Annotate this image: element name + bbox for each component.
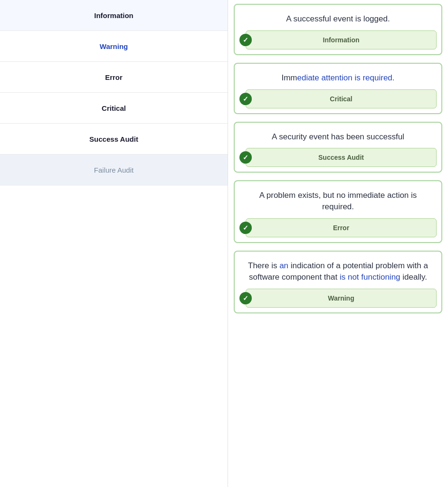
badge-label: Information xyxy=(323,36,360,44)
card-description: A problem exists, but no immediate actio… xyxy=(235,181,441,218)
left-panel: Information Warning Error Critical Succe… xyxy=(0,0,228,487)
badge-row: Warning xyxy=(235,289,441,312)
sidebar-item-label: Error xyxy=(105,73,123,81)
card-description: Immediate attention is required. xyxy=(235,64,441,89)
sidebar-item-information[interactable]: Information xyxy=(0,0,228,31)
desc-an: an xyxy=(279,261,288,270)
sidebar-item-label: Success Audit xyxy=(89,135,138,143)
badge-row: Information xyxy=(235,30,441,54)
right-panel: A successful event is logged. Informatio… xyxy=(228,0,448,487)
badge-box: Critical xyxy=(246,89,437,108)
information-card: A successful event is logged. Informatio… xyxy=(234,4,442,55)
badge-box: Warning xyxy=(246,289,437,308)
desc-ideally: ideally. xyxy=(400,273,427,282)
check-icon xyxy=(239,222,252,234)
sidebar-item-warning[interactable]: Warning xyxy=(0,31,228,62)
badge-box: Success Audit xyxy=(246,148,437,167)
check-icon xyxy=(239,34,252,46)
success-audit-card: A security event has been successful Suc… xyxy=(234,122,442,173)
sidebar-item-success-audit[interactable]: Success Audit xyxy=(0,124,228,155)
sidebar-item-label: Critical xyxy=(102,104,126,112)
check-icon xyxy=(239,292,252,304)
warning-card: There is an indication of a potential pr… xyxy=(234,251,442,313)
description-text: A security event has been successful xyxy=(272,132,404,141)
badge-label: Critical xyxy=(330,95,352,103)
sidebar-item-error[interactable]: Error xyxy=(0,62,228,93)
sidebar-item-label: Warning xyxy=(100,42,128,50)
desc-there: There is xyxy=(248,261,279,270)
description-rest: ediate attention is required. xyxy=(297,73,394,82)
badge-label: Success Audit xyxy=(318,154,364,161)
card-description: A security event has been successful xyxy=(235,123,441,148)
badge-label: Error xyxy=(333,224,349,232)
error-card: A problem exists, but no immediate actio… xyxy=(234,180,442,243)
badge-row: Success Audit xyxy=(235,148,441,172)
critical-card: Immediate attention is required. Critica… xyxy=(234,63,442,114)
card-description: A successful event is logged. xyxy=(235,5,441,30)
badge-box: Error xyxy=(246,218,437,237)
description-text: A successful event is logged. xyxy=(286,14,390,23)
sidebar-item-label: Information xyxy=(94,11,133,19)
badge-box: Information xyxy=(246,30,437,49)
badge-label: Warning xyxy=(328,294,354,302)
description-imm: Imm xyxy=(281,73,297,82)
desc-not-functioning: is not functioning xyxy=(340,273,400,282)
badge-row: Error xyxy=(235,218,441,242)
check-icon xyxy=(239,93,252,105)
badge-row: Critical xyxy=(235,89,441,113)
sidebar-item-failure-audit[interactable]: Failure Audit xyxy=(0,155,228,185)
card-description: There is an indication of a potential pr… xyxy=(235,252,441,289)
sidebar-item-critical[interactable]: Critical xyxy=(0,93,228,124)
sidebar-item-label: Failure Audit xyxy=(94,166,133,174)
description-text: A problem exists, but no immediate actio… xyxy=(259,191,417,211)
